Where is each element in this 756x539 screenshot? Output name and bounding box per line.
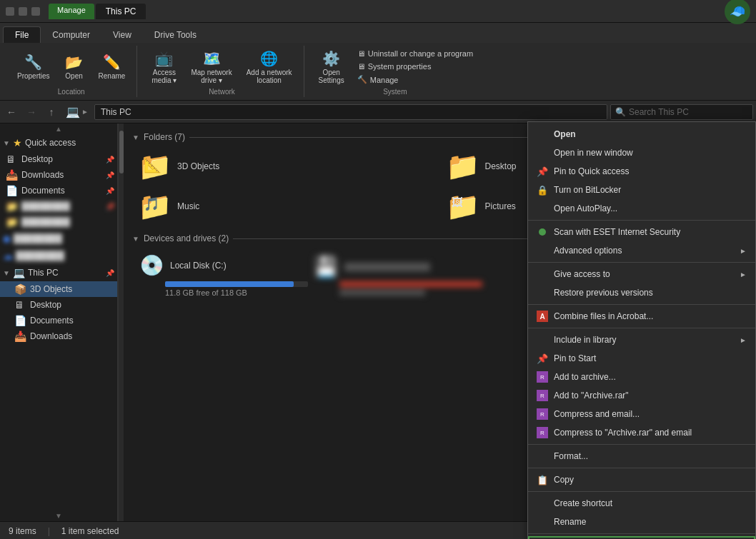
ctx-acrobat-icon: A xyxy=(537,311,548,322)
ctx-open-new-window[interactable]: Open in new window xyxy=(528,143,755,162)
ribbon-tabs: File Computer View Drive Tools xyxy=(0,23,756,43)
map-network-icon: 🗺️ xyxy=(203,50,220,67)
ctx-format[interactable]: Format... xyxy=(528,447,755,465)
sidebar-item-this-pc-documents[interactable]: 📄 Documents xyxy=(0,313,117,328)
sidebar-scroll[interactable]: ▲ ▼ ★ Quick access 🖥 Desktop 📌 📥 Downloa… xyxy=(0,124,117,510)
ctx-bitlocker[interactable]: 🔒 Turn on BitLocker xyxy=(528,181,755,199)
sidebar-section-quick-access[interactable]: ▼ ★ Quick access xyxy=(0,134,117,151)
ctx-rename[interactable]: Rename xyxy=(528,513,755,531)
ribbon-group-network: 📺 Accessmedia ▾ 🗺️ Map networkdrive ▾ 🌐 … xyxy=(140,46,304,97)
sidebar-container: ▲ ▼ ★ Quick access 🖥 Desktop 📌 📥 Downloa… xyxy=(0,124,124,521)
back-button[interactable]: ← xyxy=(3,104,20,121)
sidebar-item-blurred-2[interactable]: 📁 ████████ xyxy=(0,214,117,230)
title-bar-icons xyxy=(6,7,40,16)
ctx-restore-icon xyxy=(537,287,548,298)
ctx-give-access-icon xyxy=(537,268,548,280)
blurred-drive-content: 💾 xyxy=(314,255,485,296)
add-network-location-button[interactable]: 🌐 Add a networklocation xyxy=(241,47,298,87)
close-icon[interactable] xyxy=(31,7,40,16)
manage-button[interactable]: 🔨 Manage xyxy=(353,74,477,86)
system-small-buttons: 🖥 Uninstall or change a program 🖥 System… xyxy=(353,48,477,86)
sidebar-item-onedrive[interactable]: ☁ ████████ xyxy=(0,247,117,264)
sidebar-item-this-pc-downloads[interactable]: 📥 Downloads xyxy=(0,328,117,344)
ribbon-tab-drive-tools[interactable]: Drive Tools xyxy=(143,27,208,43)
ctx-eset[interactable]: Scan with ESET Internet Security xyxy=(528,223,755,241)
tab-this-pc[interactable]: This PC xyxy=(96,4,146,19)
blurred1-pin-icon: 📌 xyxy=(106,203,114,211)
map-network-drive-button[interactable]: 🗺️ Map networkdrive ▾ xyxy=(185,47,237,87)
sidebar-item-this-pc-desktop[interactable]: 🖥 Desktop xyxy=(0,297,117,313)
title-bar-tabs: Manage This PC xyxy=(49,4,146,19)
ctx-bitlocker-icon: 🔒 xyxy=(537,184,548,196)
ribbon-tab-file[interactable]: File xyxy=(3,26,41,43)
system-properties-button[interactable]: 🖥 System properties xyxy=(353,61,477,72)
ctx-add-archive-rar[interactable]: R Add to "Archive.rar" xyxy=(528,386,755,405)
ctx-include-library[interactable]: Include in library ► xyxy=(528,331,755,349)
up-button[interactable]: ↑ xyxy=(43,104,60,121)
ctx-copy[interactable]: 📋 Copy xyxy=(528,470,755,489)
search-box[interactable]: 🔍 Search This PC xyxy=(610,104,753,120)
ribbon-tab-computer[interactable]: Computer xyxy=(41,27,101,43)
folder-item-music[interactable]: 📁 🎵 Music xyxy=(132,188,437,225)
ctx-acrobat[interactable]: A Combine files in Acrobat... xyxy=(528,307,755,326)
ribbon-content: 🔧 Properties 📂 Open ✏️ Rename Location 📺 xyxy=(0,43,756,100)
address-bar: ← → ↑ 💻 ► This PC 🔍 Search This PC xyxy=(0,101,756,124)
open-settings-button[interactable]: ⚙️ OpenSettings xyxy=(313,47,350,87)
folder-item-3d-objects[interactable]: 📁 📐 3D Objects xyxy=(132,148,437,185)
downloads-pin-icon: 📌 xyxy=(106,171,114,179)
ctx-rar1-icon: R xyxy=(537,371,548,383)
ctx-compress-rar-email[interactable]: R Compress to "Archive.rar" and email xyxy=(528,423,755,442)
maximize-icon[interactable] xyxy=(19,7,27,16)
access-media-icon: 📺 xyxy=(156,50,173,67)
drive-c-top: 💿 Local Disk (C:) xyxy=(139,253,227,277)
ctx-autoplay-icon xyxy=(537,203,548,214)
drives-expand-icon: ▼ xyxy=(132,235,139,243)
network-buttons: 📺 Accessmedia ▾ 🗺️ Map networkdrive ▾ 🌐 … xyxy=(146,46,297,88)
minimize-icon[interactable] xyxy=(6,7,14,16)
ctx-pin-quick-access[interactable]: 📌 Pin to Quick access xyxy=(528,162,755,181)
ctx-add-archive[interactable]: R Add to archive... xyxy=(528,368,755,386)
search-icon: 🔍 xyxy=(615,107,626,117)
ctx-compress-email[interactable]: R Compress and email... xyxy=(528,405,755,423)
ctx-open[interactable]: Open xyxy=(528,125,755,143)
properties-button[interactable]: 🔧 Properties xyxy=(11,51,56,83)
ctx-autoplay[interactable]: Open AutoPlay... xyxy=(528,199,755,218)
ctx-advanced-arrow: ► xyxy=(740,247,747,255)
ctx-pin-icon: 📌 xyxy=(537,166,548,177)
status-separator: | xyxy=(48,526,50,536)
ctx-create-shortcut[interactable]: Create shortcut xyxy=(528,494,755,513)
sidebar-item-desktop[interactable]: 🖥 Desktop 📌 xyxy=(0,151,117,167)
ctx-rar3-icon: R xyxy=(537,408,548,420)
ribbon-tab-view[interactable]: View xyxy=(101,27,143,43)
forward-button[interactable]: → xyxy=(23,104,40,121)
ctx-sep-5 xyxy=(528,444,755,445)
drive-item-c[interactable]: 💿 Local Disk (C:) 11.8 GB free of 118 GB xyxy=(132,249,304,301)
tab-manage[interactable]: Manage xyxy=(49,4,94,19)
uninstall-button[interactable]: 🖥 Uninstall or change a program xyxy=(353,48,477,59)
rename-button[interactable]: ✏️ Rename xyxy=(93,51,131,83)
pin-icon: 📌 xyxy=(106,156,114,163)
sidebar-section-this-pc[interactable]: ▼ 💻 This PC 📌 xyxy=(0,264,117,281)
ctx-restore-versions[interactable]: Restore previous versions xyxy=(528,283,755,302)
address-path[interactable]: This PC xyxy=(94,104,607,120)
sidebar: ▲ ▼ ★ Quick access 🖥 Desktop 📌 📥 Downloa… xyxy=(0,124,118,521)
this-pc-label: This PC xyxy=(28,268,59,278)
sidebar-item-this-pc-3d[interactable]: 📦 3D Objects xyxy=(0,281,117,297)
drive-item-blurred[interactable]: 💾 xyxy=(307,249,492,301)
open-button[interactable]: 📂 Open xyxy=(59,51,90,83)
ctx-pin-start[interactable]: 📌 Pin to Start xyxy=(528,349,755,368)
this-pc-downloads-icon: 📥 xyxy=(14,331,27,342)
sidebar-item-downloads[interactable]: 📥 Downloads 📌 xyxy=(0,167,117,183)
sidebar-item-dropbox[interactable]: ◆ ████████ xyxy=(0,230,117,247)
documents-pin-icon: 📌 xyxy=(106,187,114,195)
access-media-button[interactable]: 📺 Accessmedia ▾ xyxy=(146,47,182,87)
ctx-advanced-options[interactable]: Advanced options ► xyxy=(528,241,755,260)
ctx-give-access[interactable]: Give access to ► xyxy=(528,265,755,283)
ctx-pin-start-icon: 📌 xyxy=(537,353,548,364)
sidebar-item-blurred-1[interactable]: 📁 ████████ 📌 xyxy=(0,198,117,214)
ctx-properties[interactable]: 🔧 Properties xyxy=(528,536,755,539)
sidebar-scrollbar[interactable] xyxy=(118,124,124,521)
scroll-up-indicator: ▲ xyxy=(0,124,117,134)
sidebar-item-documents[interactable]: 📄 Documents 📌 xyxy=(0,183,117,198)
documents-icon: 📄 xyxy=(6,185,19,196)
